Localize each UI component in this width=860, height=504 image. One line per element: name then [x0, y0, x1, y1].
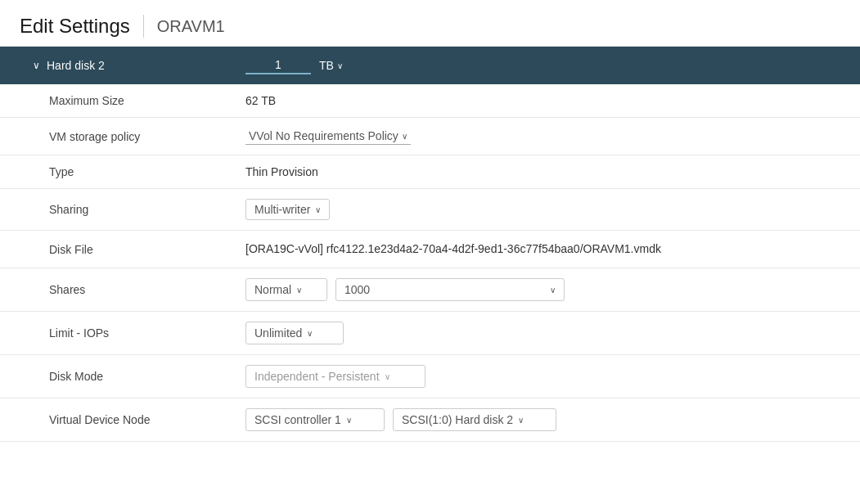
hard-disk-label: Hard disk 2 — [47, 59, 105, 72]
maximum-size-label: Maximum Size — [0, 84, 229, 118]
scsi-disk-value: SCSI(1:0) Hard disk 2 — [402, 413, 513, 426]
limit-iops-row: Limit - IOPs Unlimited ∨ — [0, 312, 860, 355]
vm-name: ORAVM1 — [157, 17, 225, 36]
virtual-device-node-label: Virtual Device Node — [0, 398, 229, 442]
type-value: Thin Provision — [229, 155, 860, 189]
page-header: Edit Settings ORAVM1 — [0, 0, 860, 47]
collapse-icon[interactable]: ∨ — [33, 60, 40, 71]
hard-disk-size-input[interactable] — [245, 56, 311, 74]
maximum-size-value: 62 TB — [229, 84, 860, 118]
vm-storage-policy-row: VM storage policy VVol No Requirements P… — [0, 118, 860, 155]
sharing-value: Multi-writer — [254, 203, 310, 216]
disk-mode-row: Disk Mode Independent - Persistent ∨ — [0, 355, 860, 398]
header-divider — [143, 15, 144, 38]
shares-row: Shares Normal ∨ 1000 ∨ — [0, 268, 860, 312]
sharing-chevron: ∨ — [315, 205, 321, 214]
shares-normal-select[interactable]: Normal ∨ — [245, 278, 327, 301]
shares-label: Shares — [0, 268, 229, 312]
disk-mode-value: Independent - Persistent — [254, 370, 380, 383]
limit-iops-value: Unlimited — [254, 326, 302, 340]
disk-file-label: Disk File — [0, 231, 229, 268]
policy-value: VVol No Requirements Policy — [249, 129, 398, 142]
scsi-controller-select[interactable]: SCSI controller 1 ∨ — [245, 408, 385, 431]
scsi-controller-value: SCSI controller 1 — [254, 413, 341, 426]
page-title: Edit Settings — [20, 15, 130, 38]
policy-chevron: ∨ — [402, 132, 407, 141]
scsi-disk-select[interactable]: SCSI(1:0) Hard disk 2 ∨ — [393, 408, 556, 431]
virtual-device-node-row: Virtual Device Node SCSI controller 1 ∨ … — [0, 398, 860, 442]
shares-value-select[interactable]: 1000 ∨ — [335, 278, 565, 301]
type-label: Type — [0, 155, 229, 189]
vdn-controls: SCSI controller 1 ∨ SCSI(1:0) Hard disk … — [245, 408, 844, 431]
vm-storage-policy-label: VM storage policy — [0, 118, 229, 155]
disk-mode-label: Disk Mode — [0, 355, 229, 398]
scsi-controller-chevron: ∨ — [346, 416, 352, 425]
disk-file-row: Disk File [ORA19C-vVol] rfc4122.1e23d4a2… — [0, 231, 860, 268]
unit-label: TB — [319, 59, 334, 72]
unit-chevron: ∨ — [337, 61, 343, 70]
hard-disk-header-row: ∨ Hard disk 2 TB ∨ — [0, 47, 860, 84]
disk-file-value: [ORA19C-vVol] rfc4122.1e23d4a2-70a4-4d2f… — [245, 241, 844, 258]
disk-mode-chevron: ∨ — [385, 372, 390, 381]
limit-iops-label: Limit - IOPs — [0, 312, 229, 355]
shares-normal-chevron: ∨ — [296, 286, 302, 295]
hard-disk-unit-select[interactable]: TB ∨ — [319, 59, 343, 72]
shares-controls: Normal ∨ 1000 ∨ — [245, 278, 844, 301]
type-row: Type Thin Provision — [0, 155, 860, 189]
vm-storage-policy-select[interactable]: VVol No Requirements Policy ∨ — [245, 128, 411, 145]
sharing-label: Sharing — [0, 189, 229, 231]
limit-iops-chevron: ∨ — [307, 329, 313, 338]
scsi-disk-chevron: ∨ — [518, 416, 524, 425]
sharing-select[interactable]: Multi-writer ∨ — [245, 199, 330, 220]
shares-value-chevron: ∨ — [550, 286, 556, 295]
shares-number: 1000 — [344, 283, 370, 296]
limit-iops-select[interactable]: Unlimited ∨ — [245, 322, 344, 344]
hard-disk-size-area: TB ∨ — [245, 56, 844, 74]
disk-mode-select[interactable]: Independent - Persistent ∨ — [245, 365, 425, 388]
shares-normal-value: Normal — [254, 283, 291, 296]
sharing-row: Sharing Multi-writer ∨ — [0, 189, 860, 231]
maximum-size-row: Maximum Size 62 TB — [0, 84, 860, 118]
settings-table: ∨ Hard disk 2 TB ∨ Maximum Size 62 TB — [0, 47, 860, 442]
